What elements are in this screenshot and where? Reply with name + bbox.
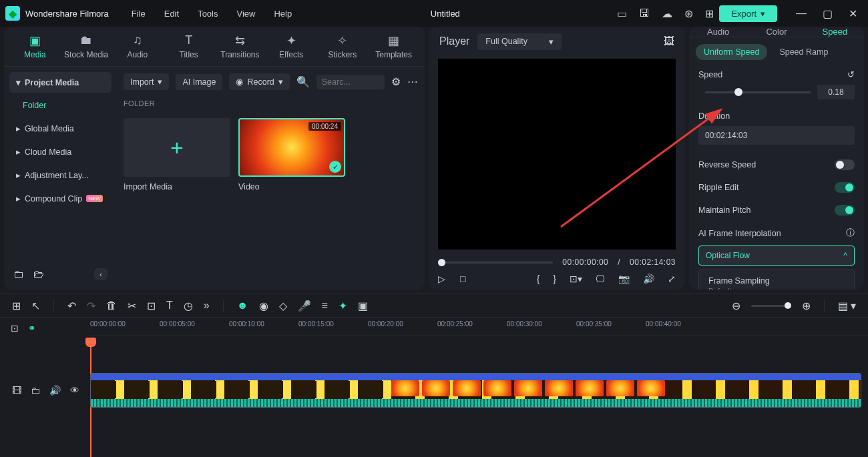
markin-icon[interactable]: {: [537, 274, 540, 284]
nav-back[interactable]: ‹: [94, 268, 107, 280]
cut-icon[interactable]: ✂: [128, 300, 136, 312]
mixer-icon[interactable]: ≡: [322, 300, 328, 312]
tab-audio[interactable]: ♫Audio: [112, 27, 164, 66]
speed-icon[interactable]: ◷: [184, 300, 193, 312]
track-lock-icon[interactable]: 🗀: [31, 385, 40, 396]
sidebar-folder[interactable]: Folder: [9, 95, 112, 115]
track-audio-icon[interactable]: 🔊: [49, 385, 61, 396]
tab-media[interactable]: ▣Media: [9, 27, 61, 66]
import-button[interactable]: Import ▾: [124, 73, 169, 90]
ptab-color[interactable]: Color: [747, 27, 805, 37]
reverse-toggle[interactable]: [835, 159, 855, 170]
mask-icon[interactable]: ◇: [279, 300, 287, 312]
video-card[interactable]: 00:00:24 ✓ Video: [238, 118, 345, 191]
help-icon[interactable]: ⓘ: [846, 227, 855, 239]
marker-icon[interactable]: ▣: [358, 300, 368, 312]
tl-add-icon[interactable]: ⊞: [12, 300, 21, 312]
tab-effects[interactable]: ✦Effects: [266, 27, 317, 66]
preview-video[interactable]: [438, 59, 676, 250]
crop-icon[interactable]: ⊡: [147, 300, 156, 312]
camera-icon[interactable]: 📷: [618, 274, 630, 284]
track-eye-icon[interactable]: 👁: [70, 385, 79, 396]
cloud-icon[interactable]: ☁: [662, 7, 672, 20]
tl-link-icon[interactable]: ⚭: [28, 323, 36, 334]
auto-icon[interactable]: ✦: [339, 300, 347, 312]
fullscreen-icon[interactable]: ⤢: [668, 274, 676, 284]
tab-stickers[interactable]: ✧Stickers: [317, 27, 369, 66]
more-tools-icon[interactable]: »: [204, 300, 210, 312]
stab-ramp[interactable]: Speed Ramp: [771, 44, 836, 60]
seekbar[interactable]: [438, 262, 553, 264]
reset-speed-icon[interactable]: ↺: [847, 69, 855, 79]
more-icon[interactable]: ⋯: [407, 75, 418, 88]
zoom-slider[interactable]: [751, 305, 791, 307]
record-button[interactable]: ◉ Record ▾: [229, 73, 289, 90]
search-input[interactable]: [322, 77, 379, 87]
duration-field[interactable]: 00:02:14:03: [698, 126, 855, 145]
tab-templates[interactable]: ▦Templates: [368, 27, 419, 66]
ruler[interactable]: 00:00:00:00 00:00:05:00 00:00:10:00 00:0…: [90, 318, 868, 336]
tab-transitions[interactable]: ⇆Transitions: [214, 27, 266, 66]
stop-icon[interactable]: □: [460, 274, 465, 284]
track-video-icon[interactable]: 🎞: [12, 385, 21, 396]
redo-icon[interactable]: ↷: [87, 300, 95, 312]
minimize-icon[interactable]: —: [796, 7, 807, 20]
new-folder-icon[interactable]: 🗀: [13, 268, 24, 280]
close-icon[interactable]: ✕: [849, 7, 857, 20]
duration-badge: 00:00:24: [308, 122, 341, 131]
menu-edit[interactable]: Edit: [164, 9, 179, 19]
sidebar-adjustment[interactable]: ▸ Adjustment Lay...: [9, 165, 112, 185]
quality-select[interactable]: Full Quality▾: [477, 33, 562, 50]
speed-value[interactable]: 0.18: [817, 85, 855, 99]
ratio-icon[interactable]: ⊡▾: [570, 274, 582, 284]
markout-icon[interactable]: }: [553, 274, 556, 284]
layout-icon[interactable]: ▭: [617, 7, 627, 20]
chevron-up-icon: ^: [843, 251, 847, 260]
stab-uniform[interactable]: Uniform Speed: [696, 44, 767, 60]
headset-icon[interactable]: ⊛: [684, 7, 693, 20]
text-icon[interactable]: T: [166, 300, 173, 312]
delete-icon[interactable]: 🗑: [106, 300, 117, 312]
ai-image-button[interactable]: AI Image: [176, 74, 222, 90]
undo-icon[interactable]: ↶: [67, 300, 76, 312]
search-box[interactable]: [316, 75, 385, 89]
tl-cursor-icon[interactable]: ↖: [31, 300, 40, 312]
menu-help[interactable]: Help: [274, 9, 292, 19]
opt-framesampling[interactable]: Frame SamplingDefault: [699, 270, 854, 290]
apps-icon[interactable]: ⊞: [705, 7, 714, 20]
ai-icon[interactable]: ☻: [237, 300, 248, 312]
mic-icon[interactable]: 🎤: [298, 300, 311, 312]
tab-titles[interactable]: TTitles: [163, 27, 214, 66]
new-bin-icon[interactable]: 🗁: [33, 268, 44, 280]
sidebar-header[interactable]: ▾ Project Media: [9, 72, 112, 93]
export-button[interactable]: Export▾: [719, 5, 777, 22]
interp-select[interactable]: Optical Flow^: [698, 246, 855, 266]
video-clip[interactable]: ▶ Video: [90, 373, 861, 408]
import-card[interactable]: + Import Media: [124, 118, 230, 191]
speed-slider[interactable]: [705, 91, 811, 93]
zoomout-icon[interactable]: ⊖: [732, 300, 740, 312]
tl-clip-icon[interactable]: ⊡: [11, 323, 19, 334]
color-icon[interactable]: ◉: [259, 300, 268, 312]
duration-label: Duration: [698, 111, 730, 121]
snapshot-icon[interactable]: 🖼: [664, 35, 674, 47]
zoomin-icon[interactable]: ⊕: [802, 300, 811, 312]
save-icon[interactable]: 🖫: [639, 7, 650, 19]
pitch-toggle[interactable]: [835, 205, 855, 215]
volume-icon[interactable]: 🔊: [643, 274, 654, 284]
sidebar-cloud[interactable]: ▸ Cloud Media: [9, 141, 112, 162]
sidebar-global[interactable]: ▸ Global Media: [9, 118, 112, 139]
display-icon[interactable]: 🖵: [596, 274, 605, 284]
play-icon[interactable]: ▷: [438, 274, 445, 284]
menu-tools[interactable]: Tools: [198, 9, 218, 19]
ptab-audio[interactable]: Audio: [689, 27, 747, 37]
menu-view[interactable]: View: [236, 9, 255, 19]
tab-stockmedia[interactable]: 🖿Stock Media: [61, 27, 112, 66]
filter-icon[interactable]: ⚙: [391, 75, 401, 88]
ripple-toggle[interactable]: [835, 182, 855, 193]
menu-file[interactable]: File: [132, 9, 146, 19]
maximize-icon[interactable]: ▢: [823, 7, 833, 20]
view-icon[interactable]: ▤ ▾: [838, 300, 856, 312]
ptab-speed[interactable]: Speed: [806, 27, 864, 37]
sidebar-compound[interactable]: ▸ Compound Clip NEW: [9, 188, 112, 209]
